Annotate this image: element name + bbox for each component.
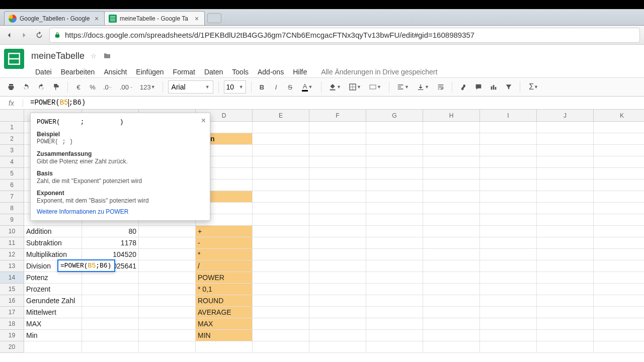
- cell[interactable]: [537, 260, 594, 272]
- halign-button[interactable]: ▼: [394, 80, 412, 94]
- cell[interactable]: [423, 191, 480, 203]
- cell[interactable]: [423, 122, 480, 133]
- close-icon[interactable]: [193, 15, 200, 22]
- cell[interactable]: [480, 214, 537, 226]
- cell[interactable]: [423, 272, 480, 284]
- cell[interactable]: [82, 284, 139, 295]
- row-header[interactable]: 7: [0, 191, 24, 203]
- decrease-decimal-button[interactable]: .0←: [101, 80, 115, 94]
- cell[interactable]: [366, 307, 423, 318]
- cell[interactable]: [480, 249, 537, 260]
- cell[interactable]: [366, 203, 423, 214]
- select-all-corner[interactable]: [0, 110, 24, 122]
- cell[interactable]: [366, 249, 423, 260]
- cell[interactable]: [594, 203, 644, 214]
- cell[interactable]: [366, 214, 423, 226]
- cell[interactable]: [480, 179, 537, 191]
- browser-tab[interactable]: meineTabelle - Google Ta: [104, 11, 205, 25]
- cell[interactable]: [309, 122, 366, 133]
- currency-button[interactable]: €: [73, 80, 84, 94]
- cell[interactable]: [480, 260, 537, 272]
- cell[interactable]: [480, 156, 537, 168]
- merge-button[interactable]: ▼: [367, 80, 384, 94]
- cell[interactable]: [253, 295, 309, 307]
- cell[interactable]: Potenz: [24, 272, 82, 284]
- cell[interactable]: -: [196, 237, 253, 249]
- print-button[interactable]: [5, 80, 17, 94]
- cell[interactable]: [309, 295, 366, 307]
- cell[interactable]: [309, 260, 366, 272]
- cell[interactable]: [309, 145, 366, 156]
- cell[interactable]: [309, 284, 366, 295]
- percent-button[interactable]: %: [87, 80, 98, 94]
- cell[interactable]: [82, 307, 139, 318]
- cell[interactable]: [309, 156, 366, 168]
- row-header[interactable]: 11: [0, 237, 24, 249]
- font-select[interactable]: Arial▼: [168, 80, 213, 94]
- cell[interactable]: [309, 168, 366, 179]
- row-header[interactable]: 5: [0, 168, 24, 179]
- valign-button[interactable]: ▼: [415, 80, 432, 94]
- cell[interactable]: [82, 341, 139, 353]
- menu-help[interactable]: Hilfe: [289, 66, 311, 78]
- cell[interactable]: [594, 237, 644, 249]
- cell[interactable]: [366, 330, 423, 341]
- cell[interactable]: [537, 295, 594, 307]
- menu-file[interactable]: Datei: [31, 66, 56, 78]
- cell[interactable]: [253, 122, 309, 133]
- link-button[interactable]: [457, 80, 469, 94]
- cell[interactable]: [139, 284, 196, 295]
- cell[interactable]: [309, 237, 366, 249]
- cell[interactable]: [366, 341, 423, 353]
- cell[interactable]: [309, 318, 366, 330]
- row-header[interactable]: 14: [0, 272, 24, 284]
- cell[interactable]: [139, 260, 196, 272]
- cell[interactable]: Addition: [24, 226, 82, 237]
- cell[interactable]: [423, 226, 480, 237]
- cell[interactable]: [423, 284, 480, 295]
- cell[interactable]: [139, 318, 196, 330]
- cell[interactable]: [537, 284, 594, 295]
- cell[interactable]: [537, 133, 594, 145]
- cell[interactable]: [366, 272, 423, 284]
- cell[interactable]: 1178: [82, 237, 139, 249]
- sheets-logo-icon[interactable]: [4, 49, 24, 69]
- cell[interactable]: [594, 156, 644, 168]
- cell[interactable]: [253, 272, 309, 284]
- cell[interactable]: [253, 330, 309, 341]
- forward-button[interactable]: [19, 30, 29, 40]
- cell[interactable]: [480, 341, 537, 353]
- more-formats-button[interactable]: 123 ▼: [138, 80, 157, 94]
- cell[interactable]: [594, 179, 644, 191]
- menu-view[interactable]: Ansicht: [100, 66, 131, 78]
- cell[interactable]: POWER: [196, 272, 253, 284]
- cell[interactable]: [253, 307, 309, 318]
- cell[interactable]: [480, 307, 537, 318]
- cell[interactable]: [309, 226, 366, 237]
- cell[interactable]: [537, 272, 594, 284]
- row-header[interactable]: 15: [0, 284, 24, 295]
- cell[interactable]: [537, 341, 594, 353]
- cell[interactable]: [253, 191, 309, 203]
- cell[interactable]: [537, 237, 594, 249]
- comment-button[interactable]: [472, 80, 485, 94]
- italic-button[interactable]: I: [271, 80, 282, 94]
- undo-button[interactable]: [20, 80, 32, 94]
- cell[interactable]: [253, 284, 309, 295]
- column-header[interactable]: E: [253, 110, 309, 122]
- row-header[interactable]: 13: [0, 260, 24, 272]
- row-header[interactable]: 17: [0, 307, 24, 318]
- cell[interactable]: [594, 330, 644, 341]
- cell[interactable]: Multiplikation: [24, 249, 82, 260]
- cell[interactable]: [423, 260, 480, 272]
- cell[interactable]: [253, 260, 309, 272]
- redo-button[interactable]: [35, 80, 47, 94]
- column-header[interactable]: J: [537, 110, 594, 122]
- wrap-button[interactable]: [435, 80, 447, 94]
- cell[interactable]: [537, 226, 594, 237]
- cell[interactable]: [139, 307, 196, 318]
- cell[interactable]: [366, 284, 423, 295]
- cell[interactable]: [537, 330, 594, 341]
- cell[interactable]: [309, 133, 366, 145]
- cell[interactable]: [82, 295, 139, 307]
